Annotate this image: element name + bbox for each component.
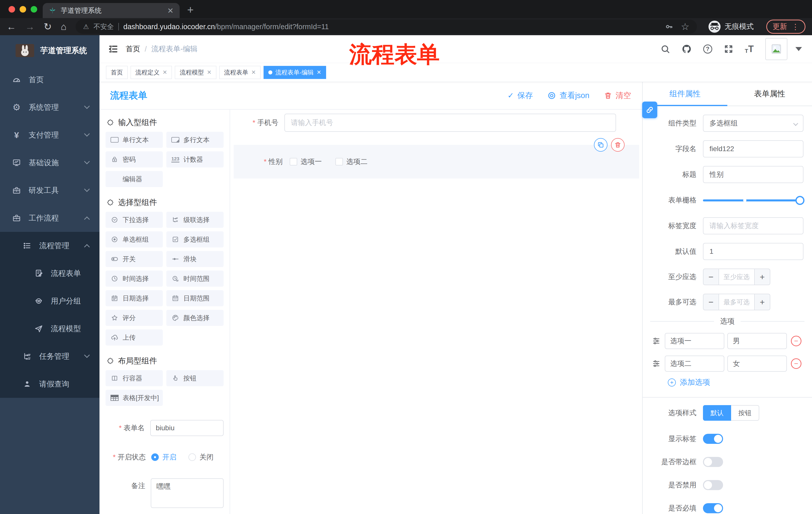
checkbox-option[interactable]: 选项二 [336, 157, 368, 166]
option-label-input[interactable] [665, 333, 724, 349]
component-item[interactable]: 颜色选择 [166, 310, 224, 326]
breadcrumb-home[interactable]: 首页 [126, 44, 140, 54]
update-button[interactable]: 更新 ⋮ [766, 20, 806, 34]
sidebar-item[interactable]: 流程模型 [0, 315, 99, 343]
status-radio[interactable]: 开启 [151, 452, 176, 462]
component-item[interactable]: 密码 [106, 152, 163, 167]
checkbox-icon[interactable] [336, 158, 343, 165]
view-json-button[interactable]: 查看json [547, 90, 589, 101]
component-item[interactable]: 单选框组 [106, 231, 163, 247]
component-item[interactable]: 开关 [106, 251, 163, 267]
sidebar-item[interactable]: 任务管理 [0, 343, 99, 370]
component-item[interactable]: 上传 [106, 329, 163, 346]
component-item[interactable]: 时间选择 [106, 271, 163, 287]
add-option-button[interactable]: + 添加选项 [668, 377, 812, 387]
form-canvas[interactable]: 手机号 性别 选项一选项二 [230, 110, 642, 514]
component-item[interactable]: 行容器 [106, 370, 163, 386]
github-icon[interactable] [682, 44, 692, 54]
close-window-button[interactable] [8, 6, 15, 12]
link-icon[interactable] [642, 102, 657, 118]
decrease-button[interactable]: − [703, 294, 719, 310]
checkbox-option[interactable]: 选项一 [290, 157, 322, 166]
remove-option-button[interactable]: − [791, 336, 802, 346]
option-label-input[interactable] [665, 356, 724, 372]
grid-slider[interactable] [703, 192, 804, 209]
remark-textarea[interactable]: 嘿嘿 [151, 478, 224, 508]
field-name-input[interactable] [703, 140, 804, 157]
decrease-button[interactable]: − [703, 269, 719, 285]
minimize-window-button[interactable] [20, 6, 26, 12]
component-item[interactable]: 评分 [106, 310, 163, 326]
close-icon[interactable]: ✕ [317, 69, 321, 76]
font-size-icon[interactable]: TT [745, 44, 754, 54]
default-value-input[interactable] [703, 243, 804, 260]
canvas-field-phone[interactable]: 手机号 [241, 114, 616, 132]
props-tab[interactable]: 表单属性 [727, 82, 812, 106]
tab-close-icon[interactable]: ✕ [167, 6, 174, 15]
sidebar-item[interactable]: 工作流程 [0, 204, 99, 232]
close-icon[interactable]: ✕ [163, 69, 167, 76]
option-style-button[interactable]: 默认 [703, 405, 731, 421]
reload-icon[interactable]: ↻ [44, 22, 52, 31]
brand[interactable]: 芋道管理系统 [0, 35, 99, 66]
sidebar-item[interactable]: ¥支付管理 [0, 121, 99, 149]
key-icon[interactable] [665, 22, 673, 31]
component-item[interactable]: 多选框组 [166, 231, 224, 247]
sidebar-item[interactable]: 流程管理 [0, 232, 99, 260]
increase-button[interactable]: + [755, 294, 770, 310]
sidebar-item[interactable]: 首页 [0, 66, 99, 93]
option-value-input[interactable] [727, 333, 787, 349]
tag-tab[interactable]: 流程表单-编辑✕ [264, 66, 326, 79]
component-item[interactable]: 滑块 [166, 251, 224, 267]
toggle-switch[interactable] [703, 480, 723, 490]
tag-tab[interactable]: 流程表单✕ [219, 66, 261, 79]
browser-tab[interactable]: 芋道管理系统 ✕ [43, 3, 180, 18]
sidebar-item[interactable]: 研发工具 [0, 177, 99, 204]
maximize-window-button[interactable] [31, 6, 37, 12]
increase-button[interactable]: + [755, 269, 770, 285]
sidebar-item[interactable]: 请假查询 [0, 370, 99, 398]
close-icon[interactable]: ✕ [207, 69, 211, 76]
search-icon[interactable] [661, 44, 670, 54]
avatar[interactable] [765, 38, 787, 60]
component-item[interactable]: 日期选择 [106, 290, 163, 306]
min-select-value[interactable]: 至少应选 [719, 269, 755, 285]
delete-field-button[interactable] [611, 138, 625, 152]
user-menu-caret-icon[interactable] [795, 47, 802, 51]
forward-icon[interactable]: → [25, 22, 35, 31]
back-icon[interactable]: ← [6, 22, 16, 31]
component-item[interactable]: 编辑器 [106, 171, 163, 187]
tag-tab[interactable]: 流程定义✕ [130, 66, 172, 79]
max-select-value[interactable]: 最多可选 [719, 294, 755, 310]
remove-option-button[interactable]: − [791, 358, 802, 369]
checkbox-icon[interactable] [290, 158, 297, 165]
slider-handle[interactable] [795, 196, 805, 205]
component-item[interactable]: 多行文本 [166, 132, 224, 148]
help-icon[interactable]: ? [703, 45, 712, 54]
tag-tab[interactable]: 流程模型✕ [175, 66, 216, 79]
browser-menu-icon[interactable]: ⋮ [792, 22, 799, 31]
close-icon[interactable]: ✕ [251, 69, 256, 76]
drag-handle-icon[interactable] [651, 337, 662, 345]
option-value-input[interactable] [727, 356, 787, 372]
option-style-button[interactable]: 按钮 [731, 405, 759, 421]
form-name-input[interactable] [150, 420, 224, 436]
status-radio[interactable]: 关闭 [188, 452, 213, 462]
bookmark-star-icon[interactable]: ☆ [681, 21, 689, 32]
sidebar-item[interactable]: 流程表单 [0, 260, 99, 287]
address-bar[interactable]: ⚠ 不安全 dashboard.yudao.iocoder.cn/bpm/man… [76, 20, 697, 34]
toggle-switch[interactable] [703, 457, 723, 467]
home-icon[interactable]: ⌂ [61, 22, 66, 31]
sidebar-item[interactable]: 用户分组 [0, 287, 99, 315]
tag-tab[interactable]: 首页 [106, 66, 127, 79]
component-type-select[interactable]: 多选框组 [703, 115, 804, 132]
copy-field-button[interactable] [594, 138, 608, 152]
clear-button[interactable]: 清空 [604, 90, 631, 101]
sidebar-item[interactable]: ⚙系统管理 [0, 93, 99, 121]
sidebar-fold-icon[interactable] [109, 44, 118, 54]
save-button[interactable]: ✓ 保存 [508, 90, 533, 101]
title-input[interactable] [703, 166, 804, 183]
toggle-switch[interactable] [703, 434, 723, 444]
label-width-input[interactable] [703, 217, 804, 234]
component-item[interactable]: 时间范围 [166, 271, 224, 287]
